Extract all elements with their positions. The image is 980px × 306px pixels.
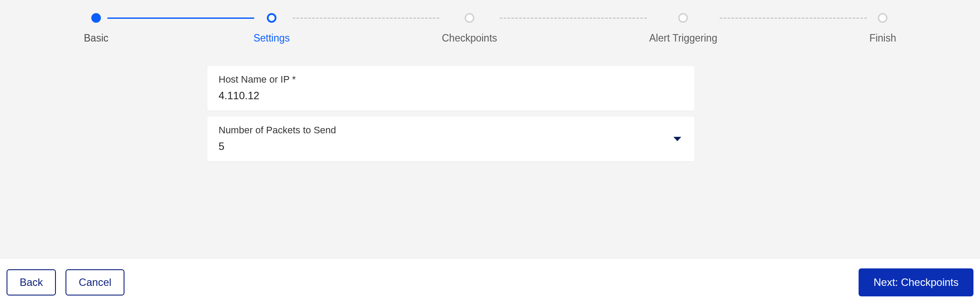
step-basic[interactable]: Basic: [84, 13, 108, 44]
step-finish[interactable]: Finish: [870, 13, 896, 44]
step-label: Basic: [84, 32, 108, 44]
stepper: Basic Settings Checkpoints Alert Trigger…: [79, 13, 901, 44]
host-input[interactable]: [219, 90, 683, 102]
content-area: Basic Settings Checkpoints Alert Trigger…: [0, 0, 980, 258]
step-circle-done-icon: [91, 13, 101, 23]
step-label: Finish: [870, 32, 896, 44]
footer-left: Back Cancel: [7, 269, 124, 296]
step-circle-pending-icon: [678, 13, 688, 23]
next-button[interactable]: Next: Checkpoints: [859, 268, 973, 296]
form-area: Host Name or IP * Number of Packets to S…: [207, 66, 694, 161]
packets-label: Number of Packets to Send: [219, 125, 683, 136]
step-connector: [293, 17, 439, 19]
step-label: Checkpoints: [442, 32, 497, 44]
packets-value: 5: [219, 140, 683, 153]
cancel-button[interactable]: Cancel: [66, 269, 124, 296]
host-field-card[interactable]: Host Name or IP *: [207, 66, 694, 111]
host-label: Host Name or IP *: [219, 74, 683, 85]
footer-bar: Back Cancel Next: Checkpoints: [0, 258, 980, 306]
step-circle-pending-icon: [878, 13, 887, 23]
step-alert-triggering[interactable]: Alert Triggering: [649, 13, 718, 44]
step-checkpoints[interactable]: Checkpoints: [442, 13, 497, 44]
step-connector: [107, 17, 254, 19]
step-label: Alert Triggering: [649, 32, 718, 44]
step-connector: [720, 17, 866, 19]
step-label: Settings: [253, 32, 290, 44]
chevron-down-icon: [673, 137, 681, 141]
back-button[interactable]: Back: [7, 269, 56, 296]
step-circle-current-icon: [267, 13, 276, 23]
packets-field-card[interactable]: Number of Packets to Send 5: [207, 117, 694, 161]
step-connector: [500, 17, 646, 19]
step-circle-pending-icon: [465, 13, 474, 23]
step-settings[interactable]: Settings: [253, 13, 290, 44]
